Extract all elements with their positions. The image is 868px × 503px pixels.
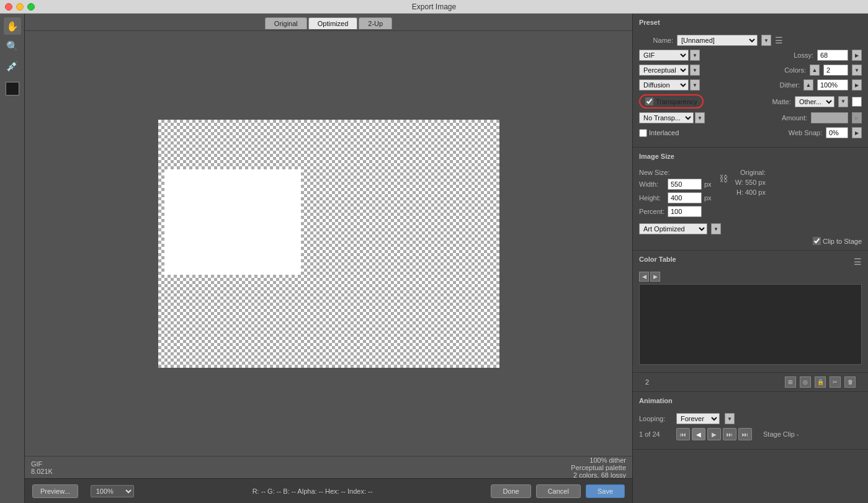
image-size-title: Image Size	[639, 153, 674, 160]
name-select[interactable]: [Unnamed]	[677, 35, 758, 46]
play-backward-button[interactable]: ◀	[692, 428, 705, 440]
name-select-arrow[interactable]: ▼	[761, 35, 771, 46]
done-button[interactable]: Done	[491, 484, 530, 498]
minimize-button[interactable]	[16, 3, 24, 11]
palette-row: Perceptual ▼ Colors: ▲ ▼	[639, 65, 862, 76]
ct-icon-1[interactable]: ◀	[639, 272, 649, 282]
lossy-input[interactable]	[817, 50, 848, 61]
tab-2up[interactable]: 2-Up	[359, 17, 392, 29]
format-label: GIF	[31, 460, 53, 468]
colors-input[interactable]	[823, 65, 848, 76]
image-size-section: Image Size New Size: Width: px Height: p…	[633, 148, 868, 251]
play-forward-button[interactable]: ▶	[707, 428, 721, 440]
web-snap-input[interactable]	[826, 127, 848, 138]
art-optimized-row: Art Optimized ▼	[639, 223, 862, 234]
orig-h-value: 400 px	[745, 189, 766, 196]
palette-arrow[interactable]: ▼	[690, 65, 700, 76]
skip-last-button[interactable]: ⏭	[738, 428, 752, 440]
matte-select[interactable]: Other...	[795, 96, 834, 107]
width-input[interactable]	[668, 179, 702, 190]
looping-select[interactable]: Forever Once	[676, 413, 720, 424]
colors-up[interactable]: ▲	[810, 65, 820, 76]
color-table-settings-icon[interactable]: ☰	[854, 257, 862, 267]
main-area: ✋ 🔍 💉 Original Optimized 2-Up GIF 8.021K	[0, 14, 868, 503]
zoom-tool[interactable]: 🔍	[4, 37, 21, 55]
clip-stage-row: Clip to Stage	[639, 237, 862, 245]
maximize-button[interactable]	[27, 3, 35, 11]
matte-arrow[interactable]: ▼	[838, 96, 848, 107]
cancel-button[interactable]: Cancel	[536, 484, 581, 498]
percent-row: Percent:	[639, 206, 712, 217]
format-arrow[interactable]: ▼	[690, 50, 700, 61]
clip-to-stage-label[interactable]: Clip to Stage	[813, 237, 862, 245]
width-label: Width:	[639, 180, 665, 188]
dither-pct-arrow[interactable]: ▶	[852, 79, 862, 91]
canvas-wrapper	[158, 120, 499, 368]
format-group: GIF ▼	[639, 50, 700, 61]
width-px: px	[704, 180, 712, 188]
art-optimized-select[interactable]: Art Optimized	[639, 223, 707, 234]
canvas-area	[25, 31, 632, 456]
colors-arrow[interactable]: ▼	[852, 65, 862, 76]
zoom-select[interactable]: 100% 50% 200%	[91, 485, 134, 497]
bpi-2[interactable]: ◎	[800, 376, 811, 388]
preview-button[interactable]: Preview...	[32, 484, 78, 498]
step-forward-button[interactable]: ⏭	[723, 428, 736, 440]
orig-w-label: W:	[735, 179, 743, 186]
matte-color-swatch[interactable]	[852, 97, 862, 107]
no-transp-arrow[interactable]: ▼	[695, 112, 705, 123]
palette-select[interactable]: Perceptual	[639, 65, 689, 76]
skip-first-button[interactable]: ⏮	[676, 428, 690, 440]
no-transp-group: No Transp... ▼	[639, 112, 705, 123]
image-size-header: Image Size	[639, 153, 862, 165]
left-toolbar: ✋ 🔍 💉	[0, 14, 25, 503]
amount-arrow: ▶	[852, 112, 862, 123]
image-size-content: New Size: Width: px Height: px Percent:	[639, 169, 862, 220]
name-row: Name: [Unnamed] ▼ ☰	[639, 35, 862, 46]
dither-group: Diffusion ▼	[639, 79, 700, 91]
dither-select[interactable]: Diffusion	[639, 79, 689, 91]
web-snap-arrow[interactable]: ▶	[852, 127, 862, 138]
ct-icon-2[interactable]: ▶	[650, 272, 660, 282]
clip-to-stage-checkbox[interactable]	[813, 237, 821, 245]
save-button[interactable]: Save	[586, 484, 625, 498]
title-bar: Export Image	[0, 0, 868, 14]
bpi-3[interactable]: 🔒	[815, 376, 826, 388]
interlaced-checkbox[interactable]	[639, 129, 647, 137]
dither-arrow[interactable]: ▼	[690, 79, 700, 91]
dither-input[interactable]	[817, 79, 848, 91]
art-optimized-arrow[interactable]: ▼	[711, 223, 721, 234]
animation-header: Animation	[639, 397, 862, 409]
bpi-1[interactable]: ⊞	[785, 376, 796, 388]
dither-up[interactable]: ▲	[803, 79, 813, 91]
settings-icon[interactable]: ☰	[775, 35, 783, 45]
lossy-arrow[interactable]: ▶	[852, 50, 862, 61]
bpi-4[interactable]: ✂	[830, 376, 841, 388]
bottom-right-buttons: Done Cancel Save	[491, 484, 625, 498]
status-right: 100% dither Perceptual palette 2 colors,…	[571, 456, 626, 479]
format-select[interactable]: GIF	[639, 50, 689, 61]
panel-bottom-icons: ⊞ ◎ 🔒 ✂ 🗑	[779, 375, 862, 389]
color-swatch[interactable]	[6, 82, 19, 96]
looping-arrow[interactable]: ▼	[725, 413, 735, 424]
center-area: Original Optimized 2-Up GIF 8.021K 100% …	[25, 14, 632, 503]
status-line2: Perceptual palette	[571, 464, 626, 471]
no-transp-select[interactable]: No Transp...	[639, 112, 694, 123]
interlaced-label[interactable]: Interlaced	[639, 129, 679, 137]
height-input[interactable]	[668, 192, 702, 203]
eyedropper-tool[interactable]: 💉	[4, 57, 21, 74]
color-table-title: Color Table	[639, 256, 676, 263]
tab-optimized[interactable]: Optimized	[308, 17, 358, 29]
transparency-checkbox[interactable]	[645, 97, 653, 105]
tab-original[interactable]: Original	[265, 17, 307, 29]
transparency-highlight: Transparency	[639, 94, 704, 109]
play-controls: ⏮ ◀ ▶ ⏭ ⏭	[676, 428, 752, 440]
height-label: Height:	[639, 194, 665, 202]
bpi-5[interactable]: 🗑	[844, 376, 856, 388]
looping-row: Looping: Forever Once ▼	[639, 413, 862, 424]
percent-input[interactable]	[668, 206, 702, 217]
panel-number: 2	[639, 376, 655, 388]
window-title: Export Image	[412, 2, 456, 11]
close-button[interactable]	[5, 3, 12, 11]
hand-tool[interactable]: ✋	[4, 17, 21, 35]
